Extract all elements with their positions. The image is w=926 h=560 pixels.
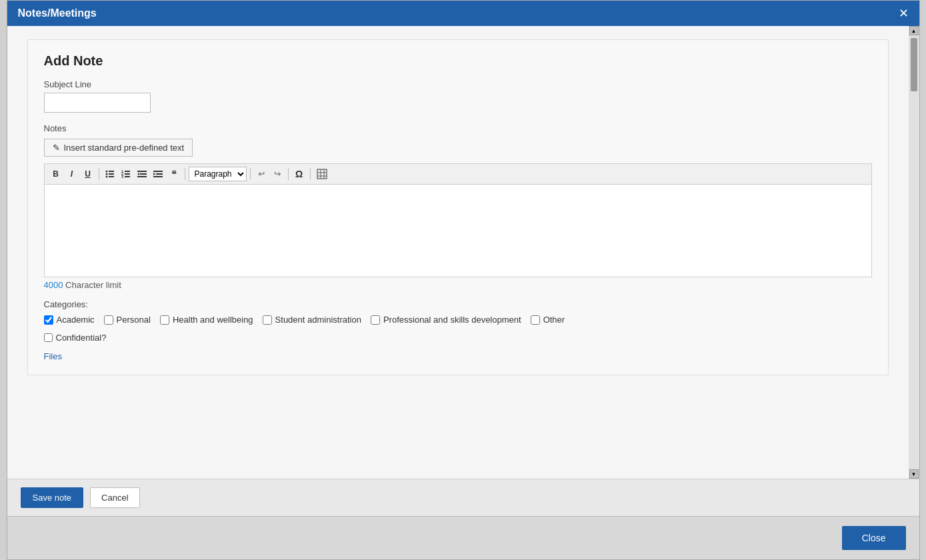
- subject-input[interactable]: [44, 93, 151, 113]
- svg-point-4: [105, 176, 107, 178]
- italic-button[interactable]: I: [65, 167, 79, 181]
- undo-button[interactable]: ↩: [254, 167, 269, 181]
- numbered-list-button[interactable]: 1.2.3.: [119, 167, 133, 181]
- scroll-up-arrow[interactable]: ▲: [909, 26, 919, 35]
- modal-header: Notes/Meetings ✕: [7, 1, 919, 26]
- toolbar-divider-4: [288, 168, 289, 180]
- toolbar-divider-2: [185, 168, 185, 180]
- right-scrollbar: ▲ ▼: [909, 26, 919, 479]
- scroll-thumb[interactable]: [911, 38, 917, 91]
- category-professional-checkbox[interactable]: [371, 315, 380, 325]
- svg-point-2: [105, 173, 107, 175]
- editor-toolbar: B I U 1.2.3.: [44, 163, 872, 184]
- category-student-admin[interactable]: Student administration: [263, 315, 361, 325]
- category-professional-label: Professional and skills development: [383, 315, 521, 325]
- category-personal-label: Personal: [117, 315, 151, 325]
- svg-rect-5: [109, 176, 114, 177]
- table-button[interactable]: [314, 167, 330, 181]
- bold-button[interactable]: B: [49, 167, 63, 181]
- category-student-admin-checkbox[interactable]: [263, 315, 272, 325]
- omega-button[interactable]: Ω: [292, 167, 307, 181]
- svg-rect-18: [153, 176, 163, 177]
- scroll-track: [909, 35, 919, 469]
- files-link[interactable]: Files: [44, 351, 62, 361]
- form-title: Add Note: [44, 53, 872, 69]
- add-note-form: Add Note Subject Line Notes ✎ Insert sta…: [27, 39, 889, 375]
- category-academic-checkbox[interactable]: [44, 315, 53, 325]
- confidential-row: Confidential?: [44, 333, 872, 343]
- category-health[interactable]: Health and wellbeing: [160, 315, 253, 325]
- svg-rect-13: [140, 173, 147, 175]
- insert-icon: ✎: [53, 143, 60, 153]
- scroll-down-arrow[interactable]: ▼: [909, 469, 919, 479]
- svg-rect-17: [156, 173, 163, 175]
- bullet-list-button[interactable]: [103, 167, 117, 181]
- char-count: 4000: [44, 280, 63, 290]
- svg-marker-19: [153, 173, 155, 175]
- confidential-checkbox[interactable]: [44, 333, 53, 342]
- svg-rect-16: [153, 171, 163, 172]
- char-limit-label: Character limit: [65, 280, 121, 290]
- toolbar-divider-3: [250, 168, 251, 180]
- bottom-bar: Close: [7, 516, 919, 559]
- svg-rect-7: [125, 171, 130, 172]
- char-limit-text: 4000 Character limit: [44, 280, 872, 290]
- close-button[interactable]: Close: [842, 526, 906, 550]
- modal-footer: Save note Cancel: [7, 479, 919, 516]
- categories-label: Categories:: [44, 299, 872, 309]
- svg-rect-20: [317, 169, 327, 179]
- category-academic[interactable]: Academic: [44, 315, 95, 325]
- save-note-button[interactable]: Save note: [21, 487, 84, 508]
- svg-rect-1: [109, 171, 114, 172]
- toolbar-divider-1: [99, 168, 99, 180]
- notes-label: Notes: [44, 123, 872, 133]
- svg-marker-15: [137, 173, 139, 175]
- insert-btn-label: Insert standard pre-defined text: [64, 143, 185, 153]
- modal-title: Notes/Meetings: [18, 7, 97, 19]
- svg-rect-14: [137, 176, 147, 177]
- underline-button[interactable]: U: [81, 167, 95, 181]
- category-professional[interactable]: Professional and skills development: [371, 315, 521, 325]
- redo-button[interactable]: ↪: [270, 167, 285, 181]
- category-health-label: Health and wellbeing: [173, 315, 253, 325]
- category-academic-label: Academic: [57, 315, 95, 325]
- svg-rect-11: [125, 176, 130, 177]
- blockquote-button[interactable]: ❝: [167, 167, 181, 181]
- category-other-label: Other: [543, 315, 565, 325]
- modal-header-close-button[interactable]: ✕: [899, 7, 909, 19]
- svg-rect-3: [109, 173, 114, 175]
- cancel-button[interactable]: Cancel: [90, 487, 139, 508]
- toolbar-divider-5: [310, 168, 311, 180]
- outdent-button[interactable]: [135, 167, 149, 181]
- confidential-label[interactable]: Confidential?: [56, 333, 107, 343]
- category-other[interactable]: Other: [531, 315, 565, 325]
- svg-rect-12: [137, 171, 147, 172]
- category-health-checkbox[interactable]: [160, 315, 169, 325]
- notes-editor[interactable]: [44, 184, 872, 277]
- category-student-admin-label: Student administration: [275, 315, 361, 325]
- category-other-checkbox[interactable]: [531, 315, 540, 325]
- category-personal[interactable]: Personal: [104, 315, 151, 325]
- modal-main: Add Note Subject Line Notes ✎ Insert sta…: [7, 26, 919, 516]
- indent-button[interactable]: [151, 167, 165, 181]
- files-section: Files: [44, 351, 872, 361]
- subject-label: Subject Line: [44, 79, 872, 89]
- svg-point-0: [105, 171, 107, 173]
- modal-body: Add Note Subject Line Notes ✎ Insert sta…: [7, 26, 919, 479]
- modal-wrapper: Notes/Meetings ✕ Add Note Subject Line N…: [0, 0, 926, 560]
- insert-predefined-button[interactable]: ✎ Insert standard pre-defined text: [44, 139, 193, 157]
- modal-content-scroll[interactable]: Add Note Subject Line Notes ✎ Insert sta…: [7, 26, 909, 479]
- svg-rect-9: [125, 173, 130, 175]
- categories-row: Academic Personal Health and wellbeing: [44, 315, 872, 325]
- category-personal-checkbox[interactable]: [104, 315, 113, 325]
- modal-dialog: Notes/Meetings ✕ Add Note Subject Line N…: [7, 0, 920, 560]
- svg-text:3.: 3.: [121, 175, 125, 179]
- paragraph-select[interactable]: Paragraph Heading 1 Heading 2 Heading 3: [189, 167, 247, 181]
